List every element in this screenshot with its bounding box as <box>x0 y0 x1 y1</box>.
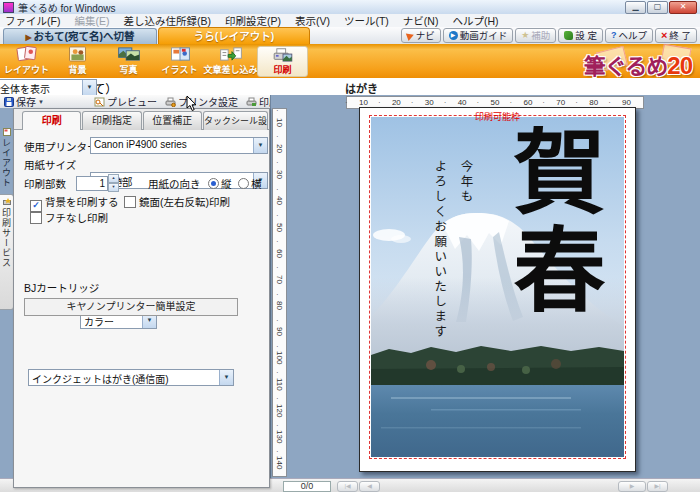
menu-file[interactable]: ファイル(F) <box>5 13 60 28</box>
calligraphy-gashun[interactable]: 賀春 <box>503 124 597 320</box>
panel-tab-tack-seal[interactable]: タックシール設定 <box>203 111 268 130</box>
toolbar-print-button[interactable]: 印刷 <box>257 46 308 77</box>
quit-button[interactable]: ×終 了 <box>655 28 697 43</box>
assist-button: ★補助 <box>515 28 556 43</box>
maximize-button[interactable]: ▢ <box>647 1 668 14</box>
printer-select[interactable]: Canon iP4900 series▼ <box>90 137 268 154</box>
floppy-save-icon <box>4 97 14 107</box>
paper-type-label: はがき <box>345 80 378 96</box>
ruler-mark: 40 <box>273 188 286 214</box>
printer-setup-icon <box>165 97 176 107</box>
printer-icon <box>271 47 295 62</box>
ruler-mark: 50 <box>273 214 286 240</box>
checkbox-icon <box>124 196 136 208</box>
copies-input[interactable]: 1 <box>76 176 108 191</box>
orientation-portrait-radio[interactable]: 縦 <box>208 176 232 191</box>
panel-tab-print-spec[interactable]: 印刷指定 <box>82 111 141 130</box>
settings-button[interactable]: 設 定 <box>558 28 603 43</box>
ruler-mark: 30 <box>273 161 286 187</box>
nav-first-button[interactable]: |◀ <box>337 481 358 492</box>
menu-navi[interactable]: ナビ(N) <box>403 13 439 28</box>
nav-prev-button[interactable]: ◀ <box>359 481 380 492</box>
app-logo: 筆ぐるめ20 <box>584 48 692 80</box>
menu-address[interactable]: 差し込み住所録(B) <box>123 13 211 28</box>
tab-back-side[interactable]: うら(レイアウト) <box>158 27 310 45</box>
cartridge-label: BJカートリッジ <box>24 280 99 295</box>
tab-front-side[interactable]: ▶おもて(宛て名)へ切替 <box>3 28 157 44</box>
ruler-mark: 90 <box>273 319 286 345</box>
easy-setting-select[interactable]: インクジェットはがき(通信面)▼ <box>28 369 234 386</box>
minimize-button[interactable]: ▁ <box>625 1 646 14</box>
nav-next-button[interactable]: ▶ <box>618 481 646 492</box>
star-icon: ★ <box>521 31 529 40</box>
chevron-down-icon: ▼ <box>82 80 96 95</box>
main-toolbar: レイアウト 背景 写真 イラスト 文章差し込み 印刷 筆ぐるめ20 <box>0 44 700 81</box>
save-toolbar: 保存▼ プレビュー プリンタ設定 印刷実行 <box>0 95 270 109</box>
help-button[interactable]: ?ヘルプ <box>605 28 653 43</box>
menu-tool[interactable]: ツール(T) <box>344 13 389 28</box>
save-button[interactable]: 保存▼ <box>0 96 48 108</box>
nav-group-left: |◀ ◀ <box>337 481 380 492</box>
ruler-mark: 10 <box>273 109 286 135</box>
layout-page-icon <box>3 128 11 136</box>
ruler-mark: 130 <box>273 424 286 450</box>
ruler-mark: 80 <box>273 293 286 319</box>
copies-unit-label: 部 <box>122 176 133 188</box>
menu-edit: 編集(E) <box>74 13 109 28</box>
ruler-mark: 70 <box>273 266 286 292</box>
menu-bar: ファイル(F) 編集(E) 差し込み住所録(B) 印刷設定(P) 表示(V) ツ… <box>0 14 700 28</box>
menu-view[interactable]: 表示(V) <box>295 13 330 28</box>
zoom-level-select[interactable]: 全体を表示▼ <box>0 79 97 96</box>
illustration-cards-icon <box>168 46 192 62</box>
side-tab-layout[interactable]: レイアウト <box>0 125 13 193</box>
print-settings-panel: 印刷 印刷指定 位置補正 タックシール設定 使用プリンター Canon iP49… <box>13 108 270 488</box>
copies-field: 1▲▼ 部 <box>76 174 132 192</box>
copies-stepper[interactable]: ▲▼ <box>108 174 119 192</box>
video-icon: ▶ <box>449 31 458 40</box>
panel-tab-print[interactable]: 印刷 <box>22 111 81 131</box>
close-button[interactable]: ✕ <box>669 1 697 14</box>
ruler-mark: 120 <box>273 397 286 423</box>
printer-setup-button[interactable]: プリンタ設定 <box>161 96 242 108</box>
canon-easy-setting-header: キヤノンプリンター簡単設定 <box>24 298 238 316</box>
toolbar-layout-button[interactable]: レイアウト <box>2 46 51 76</box>
mirror-print-checkbox[interactable]: 鏡面(左右反転)印刷 <box>124 194 230 209</box>
step-down-icon[interactable]: ▼ <box>108 183 119 192</box>
toolbar-illust-button[interactable]: イラスト <box>155 46 204 76</box>
borderless-print-checkbox[interactable]: フチなし印刷 <box>30 210 108 225</box>
radio-off-icon <box>238 178 249 189</box>
paper-size-label: 用紙サイズ <box>24 157 76 172</box>
panel-tab-position[interactable]: 位置補正 <box>143 111 202 130</box>
nav-last-button[interactable]: ▶| <box>647 481 668 492</box>
tab-arrow-icon: ▶ <box>25 33 31 42</box>
menu-help[interactable]: ヘルプ(H) <box>452 13 498 28</box>
toolbar-textmerge-button[interactable]: 文章差し込み <box>206 46 255 76</box>
view-tab-row: ▶おもて(宛て名)へ切替 うら(レイアウト) ナビ ▶動画ガイド ★補助 設 定… <box>0 27 700 44</box>
ruler-mark: 140 <box>273 450 286 476</box>
left-mode-strip: レイアウト 印刷サービス <box>0 108 14 478</box>
postcard-canvas[interactable]: 印刷可能枠 <box>359 107 636 472</box>
preview-button[interactable]: プレビュー <box>90 96 161 108</box>
nav-group-right: ▶ ▶| <box>618 481 668 492</box>
step-up-icon[interactable]: ▲ <box>108 174 119 183</box>
navi-button[interactable]: ナビ <box>401 28 441 43</box>
print-execute-icon <box>246 97 257 107</box>
copies-label: 印刷部数 <box>24 176 66 191</box>
quick-button-bar: ナビ ▶動画ガイド ★補助 設 定 ?ヘルプ ×終 了 <box>401 28 697 43</box>
quit-x-icon: × <box>661 31 667 40</box>
greeting-text[interactable]: 今年も よろしくお願いいたします <box>426 160 479 370</box>
video-guide-button[interactable]: ▶動画ガイド <box>443 28 514 43</box>
menu-printsetting[interactable]: 印刷設定(P) <box>225 13 281 28</box>
toolbar-background-button[interactable]: 背景 <box>53 46 102 76</box>
question-icon: ? <box>611 31 617 40</box>
orientation-landscape-radio[interactable]: 横 <box>238 176 262 191</box>
record-counter[interactable]: 0/0 <box>283 481 331 492</box>
printable-area-label: 印刷可能枠 <box>475 110 520 123</box>
printer-label: 使用プリンター <box>24 139 98 154</box>
side-tab-print-service[interactable]: 印刷サービス <box>0 194 14 310</box>
chevron-down-icon: ▼ <box>38 99 44 105</box>
app-window: 筆ぐるめ for Windows ▁ ▢ ✕ ファイル(F) 編集(E) 差し込… <box>0 0 700 492</box>
toolbar-photo-button[interactable]: 写真 <box>104 46 153 76</box>
mouse-cursor <box>186 96 198 112</box>
photo-icon <box>117 46 141 62</box>
